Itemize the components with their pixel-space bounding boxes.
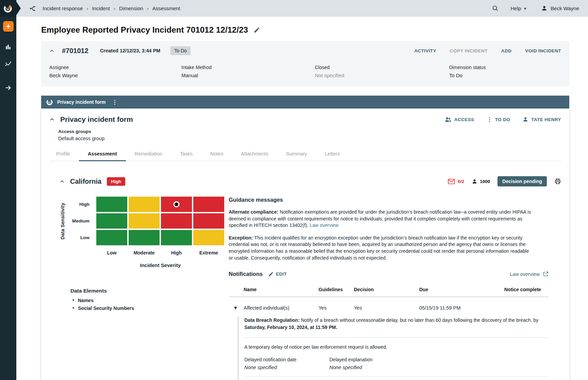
matrix-cell-low-extreme[interactable] [193, 230, 224, 245]
row-expander-icon[interactable]: ▼ [229, 305, 244, 311]
delay-note: A temporary delay of notice per law enfo… [244, 344, 549, 350]
matrix-col-label: Extreme [193, 250, 224, 255]
field-delayed-notification-date: Delayed notification date None specified [244, 357, 329, 370]
breadcrumb-assessment[interactable]: Assessment [152, 5, 180, 11]
matrix-col-label: Low [96, 250, 127, 255]
activity-button[interactable]: ACTIVITY [414, 48, 436, 53]
matrix-col-label: High [161, 250, 192, 255]
help-menu[interactable]: Help ▾ [510, 5, 526, 11]
edit-title-icon[interactable] [254, 27, 260, 33]
notification-mail-status[interactable]: 0/2 [448, 179, 464, 184]
assignee-button[interactable]: TATE HENRY [522, 116, 561, 122]
tab-notes[interactable]: Notes [201, 147, 232, 161]
affected-individuals-count[interactable]: 1000 [472, 179, 490, 184]
matrix-col-label: Moderate [129, 250, 160, 255]
data-elements: Data Elements Names Social Security Numb… [70, 288, 229, 311]
matrix-cell-medium-low[interactable] [96, 213, 127, 229]
pencil-icon [268, 271, 274, 277]
copy-incident-button[interactable]: COPY INCIDENT [450, 48, 488, 53]
selected-cell-marker [175, 202, 178, 206]
person-icon [522, 116, 528, 122]
decision-status-badge: Decision pending [497, 176, 547, 186]
matrix-cell-high-moderate[interactable] [129, 197, 160, 212]
print-icon[interactable] [554, 178, 561, 185]
main-content: Employee Reported Privacy Incident 70101… [16, 17, 588, 380]
breadcrumb-incident[interactable]: Incident [92, 5, 110, 11]
tab-assessment[interactable]: Assessment [79, 147, 126, 161]
matrix-cell-medium-high[interactable] [161, 213, 192, 229]
law-overview-external-link[interactable]: Law overview [510, 271, 549, 277]
add-button[interactable]: ADD [501, 48, 511, 53]
matrix-cell-high-high-selected[interactable] [161, 197, 192, 212]
trend-insights-icon[interactable] [0, 55, 16, 72]
matrix-cell-low-moderate[interactable] [129, 230, 160, 245]
matrix-cell-low-low[interactable] [96, 230, 127, 245]
people-icon [444, 116, 452, 123]
sidebar [0, 0, 16, 380]
data-element-item: Social Security Numbers [72, 305, 229, 311]
incident-status-badge: To Do [170, 46, 191, 55]
form-bar-menu-icon[interactable]: ⋮ [112, 99, 117, 105]
matrix-row-label: High [66, 197, 89, 212]
jurisdiction-title: California [70, 178, 101, 185]
collapse-jurisdiction-icon[interactable] [60, 179, 65, 184]
tab-attachments[interactable]: Attachments [232, 147, 277, 161]
notifications-title: Notifications [229, 271, 263, 277]
risk-matrix: Data Sensitivity High Medium Low [59, 197, 229, 268]
notifications-table: Name Guidelines Decision Due Notice comp… [229, 287, 549, 380]
todo-status-button[interactable]: ⋮ TO DO [487, 117, 510, 122]
user-name: Beck Wayne [551, 5, 579, 11]
collapse-card-icon[interactable] [49, 48, 54, 53]
incident-created: Created 12/12/23, 3:44 PM [100, 48, 160, 53]
form-bar-title: Privacy incident form [57, 99, 105, 105]
incident-id: #701012 [62, 47, 88, 55]
user-menu[interactable]: Beck Wayne [541, 5, 579, 12]
guidance-title: Guidance messages [229, 197, 549, 203]
search-icon[interactable] [492, 5, 499, 12]
notifications-table-header: Name Guidelines Decision Due Notice comp… [229, 287, 549, 297]
field-closed: Closed Not specified [315, 65, 449, 78]
go-arrow-icon[interactable] [0, 79, 16, 96]
edit-notifications-button[interactable]: EDIT [268, 271, 287, 277]
access-button[interactable]: ACCESS [444, 116, 474, 123]
notification-detail: Data Breach Regulation: Notify of a brea… [238, 317, 549, 380]
tab-summary[interactable]: Summary [277, 147, 316, 161]
breadcrumb-incident-response[interactable]: Incident response [43, 5, 83, 11]
law-overview-link[interactable]: Law overview [310, 222, 339, 228]
chevron-down-icon: ▾ [524, 6, 526, 11]
bar-chart-icon[interactable] [0, 38, 16, 55]
tab-tasks[interactable]: Tasks [171, 147, 201, 161]
form-logo-icon [46, 99, 53, 106]
form-title-bar: Privacy incident form ⋮ [41, 96, 569, 109]
incident-summary-card: #701012 Created 12/12/23, 3:44 PM To Do … [41, 41, 569, 86]
add-incident-button[interactable] [3, 21, 14, 32]
matrix-cell-low-high[interactable] [161, 230, 192, 245]
matrix-cell-high-low[interactable] [96, 197, 127, 212]
matrix-cell-high-extreme[interactable] [193, 197, 224, 212]
guidance-message-exception: Exception: This incident qualifies for a… [229, 235, 533, 261]
breadcrumb: Incident response › Incident › Dimension… [29, 5, 180, 12]
breadcrumb-separator: › [86, 5, 88, 11]
tab-letters[interactable]: Letters [316, 147, 349, 161]
void-incident-button[interactable]: VOID INCIDENT [525, 48, 561, 53]
privacy-incident-form: Privacy incident form ACCESS ⋮ TO DO TAT… [41, 109, 569, 380]
workflow-branch-icon [29, 5, 37, 12]
guidance-message-alternate-compliance: Alternate compliance: Notification exemp… [229, 209, 533, 229]
help-label: Help [510, 5, 521, 11]
breadcrumb-dimension[interactable]: Dimension [119, 5, 143, 11]
external-link-icon [543, 271, 549, 277]
page-title: Employee Reported Privacy Incident 70101… [41, 25, 248, 35]
matrix-cell-medium-moderate[interactable] [129, 213, 160, 229]
person-icon [472, 179, 477, 184]
kebab-icon: ⋮ [487, 117, 492, 122]
matrix-row-label: Low [66, 230, 89, 245]
field-assignee: Assignee Beck Wayne [49, 65, 181, 78]
data-elements-title: Data Elements [70, 288, 229, 294]
field-delayed-explanation: Delayed explanation None specified [329, 357, 549, 370]
matrix-cell-medium-extreme[interactable] [193, 213, 224, 229]
table-row-affected-individuals[interactable]: ▼ Affected individual(s) Yes Yes 05/15/1… [229, 297, 549, 317]
tab-remediation[interactable]: Remediation [126, 147, 171, 161]
tab-profile[interactable]: Profile [49, 147, 79, 161]
collapse-form-icon[interactable] [49, 117, 55, 122]
breadcrumb-separator: › [147, 5, 149, 11]
